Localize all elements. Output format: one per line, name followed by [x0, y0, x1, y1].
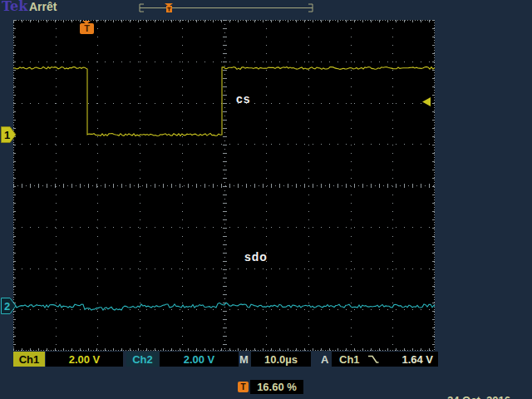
signal-label-cs: cs: [236, 92, 251, 106]
trigger-level-value: 1.64 V: [401, 353, 433, 366]
trigger-level-arrow-icon: [422, 97, 431, 106]
date-line: 24 Oct 2016: [447, 394, 530, 399]
ch2-scale-label: Ch2: [126, 352, 159, 367]
trigger-flag-t-icon: T: [80, 23, 94, 34]
trace-sdo: [13, 303, 435, 310]
signal-label-sdo: sdo: [244, 250, 268, 264]
record-view-graphic: [135, 2, 317, 13]
trigger-t-icon: T: [238, 382, 249, 392]
timebase-label: M: [239, 352, 250, 367]
graticule: T cs sdo: [13, 20, 435, 351]
acquisition-status: Arrêt: [29, 0, 57, 13]
trigger-position-readout: T 16.60 %: [238, 380, 303, 394]
trigger-mode-label: A: [321, 352, 331, 367]
ch2-scale-value: 2.00 V: [160, 352, 239, 367]
tek-logo: Tek: [2, 0, 27, 14]
timebase-value: 10.0µs: [251, 352, 311, 367]
trigger-position-value: 16.60 %: [250, 380, 303, 394]
trigger-position-flag: T: [80, 21, 94, 36]
ch2-marker-number: 2: [4, 300, 10, 313]
oscilloscope-screen: Tek Arrêt T cs sdo 1 2: [0, 0, 532, 399]
ch1-marker-number: 1: [4, 129, 10, 141]
ch1-scale-label: Ch1: [13, 352, 45, 367]
ch1-scale-value: 2.00 V: [46, 352, 123, 367]
record-view-bar: [135, 2, 317, 12]
ch2-ground-marker: 2: [1, 298, 17, 314]
trigger-readout: Ch1 1.64 V: [332, 352, 438, 367]
readout-row: Ch1 2.00 V Ch2 2.00 V M 10.0µs A Ch1 1.6…: [0, 351, 532, 367]
waveform-plot: [13, 20, 435, 351]
datetime-readout: 24 Oct 2016 14:47:25: [447, 369, 530, 399]
falling-edge-icon: [367, 354, 380, 364]
trigger-source: Ch1: [339, 353, 360, 366]
trace-cs: [13, 66, 435, 135]
ch1-ground-marker: 1: [1, 126, 17, 143]
